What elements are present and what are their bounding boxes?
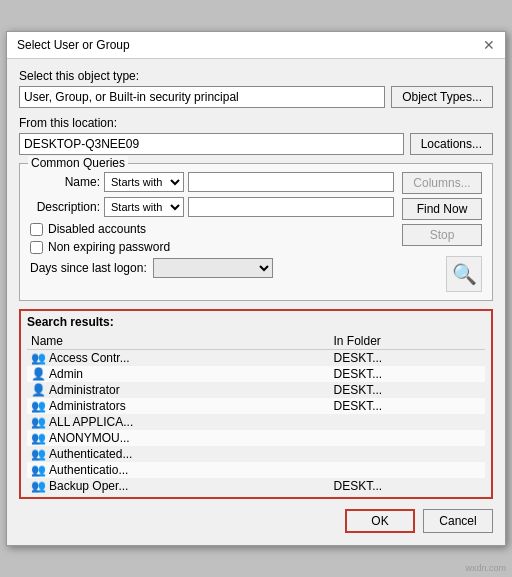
find-now-button[interactable]: Find Now <box>402 198 482 220</box>
row-icon: 👤 <box>31 367 46 381</box>
location-label: From this location: <box>19 116 493 130</box>
table-row[interactable]: 👥Authenticatio... <box>27 462 485 478</box>
row-icon: 👥 <box>31 463 46 477</box>
row-name: Administrators <box>49 399 126 413</box>
title-bar: Select User or Group ✕ <box>7 32 505 59</box>
row-name: ALL APPLICA... <box>49 415 133 429</box>
folder-cell: DESKT... <box>330 366 486 382</box>
folder-cell <box>330 414 486 430</box>
results-header-row: Name In Folder <box>27 333 485 350</box>
disabled-accounts-row: Disabled accounts <box>30 222 394 236</box>
table-row[interactable]: 👤Administrator DESKT... <box>27 382 485 398</box>
search-icon-area: 🔍 <box>402 256 482 292</box>
table-row[interactable]: 👤Admin DESKT... <box>27 366 485 382</box>
desc-query-row: Description: Starts with <box>30 197 394 217</box>
locations-button[interactable]: Locations... <box>410 133 493 155</box>
name-filter-select[interactable]: Starts with <box>104 172 184 192</box>
disabled-accounts-label: Disabled accounts <box>48 222 146 236</box>
ok-button[interactable]: OK <box>345 509 415 533</box>
row-name: Backup Oper... <box>49 479 128 493</box>
row-name: Authenticatio... <box>49 463 128 477</box>
row-name: Authenticated... <box>49 447 132 461</box>
search-results-section: Search results: Name In Folder 👥Access C… <box>19 309 493 499</box>
name-cell: 👥Backup Oper... <box>27 478 330 493</box>
table-row[interactable]: 👥ALL APPLICA... <box>27 414 485 430</box>
folder-cell <box>330 446 486 462</box>
action-row: OK Cancel <box>19 505 493 537</box>
table-row[interactable]: 👥ANONYMOU... <box>27 430 485 446</box>
row-icon: 👥 <box>31 415 46 429</box>
row-icon: 👥 <box>31 479 46 493</box>
name-query-row: Name: Starts with <box>30 172 394 192</box>
folder-cell <box>330 462 486 478</box>
row-icon: 👥 <box>31 399 46 413</box>
table-row[interactable]: 👥Administrators DESKT... <box>27 398 485 414</box>
desc-query-input[interactable] <box>188 197 394 217</box>
name-cell: 👤Admin <box>27 366 330 382</box>
days-row: Days since last logon: <box>30 258 394 278</box>
name-cell: 👥Access Contr... <box>27 350 330 367</box>
row-icon: 👤 <box>31 383 46 397</box>
table-row[interactable]: 👥Authenticated... <box>27 446 485 462</box>
name-cell: 👤Administrator <box>27 382 330 398</box>
days-select[interactable] <box>153 258 273 278</box>
queries-left: Name: Starts with Description: Starts wi… <box>30 172 394 292</box>
search-icon: 🔍 <box>446 256 482 292</box>
common-queries-title: Common Queries <box>28 156 128 170</box>
select-user-dialog: Select User or Group ✕ Select this objec… <box>6 31 506 546</box>
location-input[interactable] <box>19 133 404 155</box>
row-icon: 👥 <box>31 351 46 365</box>
folder-cell: DESKT... <box>330 398 486 414</box>
table-row[interactable]: 👥Access Contr... DESKT... <box>27 350 485 367</box>
object-type-row: Object Types... <box>19 86 493 108</box>
cancel-button[interactable]: Cancel <box>423 509 493 533</box>
disabled-accounts-checkbox[interactable] <box>30 223 43 236</box>
stop-button[interactable]: Stop <box>402 224 482 246</box>
non-expiring-checkbox[interactable] <box>30 241 43 254</box>
folder-cell: DESKT... <box>330 350 486 367</box>
row-name: Access Contr... <box>49 351 130 365</box>
row-name: ANONYMOU... <box>49 431 130 445</box>
name-query-input[interactable] <box>188 172 394 192</box>
columns-button[interactable]: Columns... <box>402 172 482 194</box>
object-type-label: Select this object type: <box>19 69 493 83</box>
common-queries-box: Common Queries Name: Starts with Descrip… <box>19 163 493 301</box>
object-type-input[interactable] <box>19 86 385 108</box>
row-name: Administrator <box>49 383 120 397</box>
name-cell: 👥Administrators <box>27 398 330 414</box>
queries-inner: Name: Starts with Description: Starts wi… <box>30 172 482 292</box>
folder-cell: DESKT... <box>330 478 486 493</box>
results-table: Name In Folder 👥Access Contr... DESKT...… <box>27 333 485 493</box>
folder-cell: DESKT... <box>330 382 486 398</box>
col-name-header: Name <box>27 333 330 350</box>
row-icon: 👥 <box>31 447 46 461</box>
row-name: Admin <box>49 367 83 381</box>
non-expiring-label: Non expiring password <box>48 240 170 254</box>
desc-filter-select[interactable]: Starts with <box>104 197 184 217</box>
days-label: Days since last logon: <box>30 261 147 275</box>
close-button[interactable]: ✕ <box>483 38 495 52</box>
name-cell: 👥ALL APPLICA... <box>27 414 330 430</box>
name-query-label: Name: <box>30 175 100 189</box>
object-types-button[interactable]: Object Types... <box>391 86 493 108</box>
table-row[interactable]: 👥Backup Oper... DESKT... <box>27 478 485 493</box>
name-cell: 👥Authenticated... <box>27 446 330 462</box>
name-cell: 👥Authenticatio... <box>27 462 330 478</box>
desc-query-label: Description: <box>30 200 100 214</box>
name-cell: 👥ANONYMOU... <box>27 430 330 446</box>
non-expiring-row: Non expiring password <box>30 240 394 254</box>
folder-cell <box>330 430 486 446</box>
watermark: wxdn.com <box>465 563 506 573</box>
location-row: Locations... <box>19 133 493 155</box>
queries-right: Columns... Find Now Stop 🔍 <box>402 172 482 292</box>
results-label: Search results: <box>27 315 485 329</box>
dialog-title: Select User or Group <box>17 38 130 52</box>
col-folder-header: In Folder <box>330 333 486 350</box>
results-scroll[interactable]: Name In Folder 👥Access Contr... DESKT...… <box>27 333 485 493</box>
row-icon: 👥 <box>31 431 46 445</box>
